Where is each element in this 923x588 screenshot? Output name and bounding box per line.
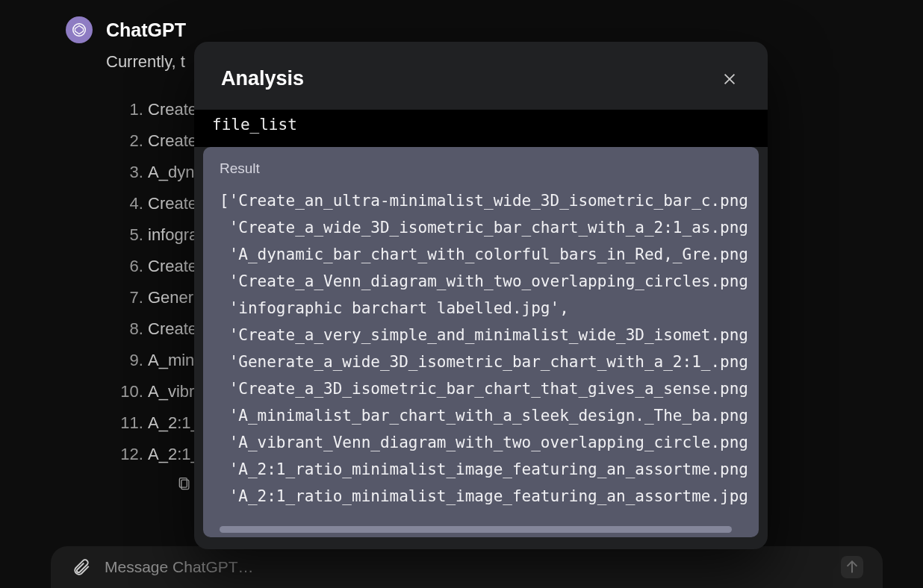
result-label: Result	[220, 160, 750, 177]
result-output[interactable]: ['Create_an_ultra-minimalist_wide_3D_iso…	[220, 187, 750, 510]
close-button[interactable]	[718, 68, 741, 90]
modal-header: Analysis	[194, 42, 768, 90]
code-cell[interactable]: file_list	[194, 110, 768, 147]
close-icon	[721, 71, 738, 87]
result-panel: Result ['Create_an_ultra-minimalist_wide…	[203, 147, 759, 537]
analysis-modal: Analysis file_list Result ['Create_an_ul…	[194, 42, 768, 549]
horizontal-scrollbar[interactable]	[220, 526, 732, 533]
modal-overlay: Analysis file_list Result ['Create_an_ul…	[0, 0, 923, 588]
code-text: file_list	[212, 116, 297, 134]
modal-title: Analysis	[221, 67, 304, 90]
